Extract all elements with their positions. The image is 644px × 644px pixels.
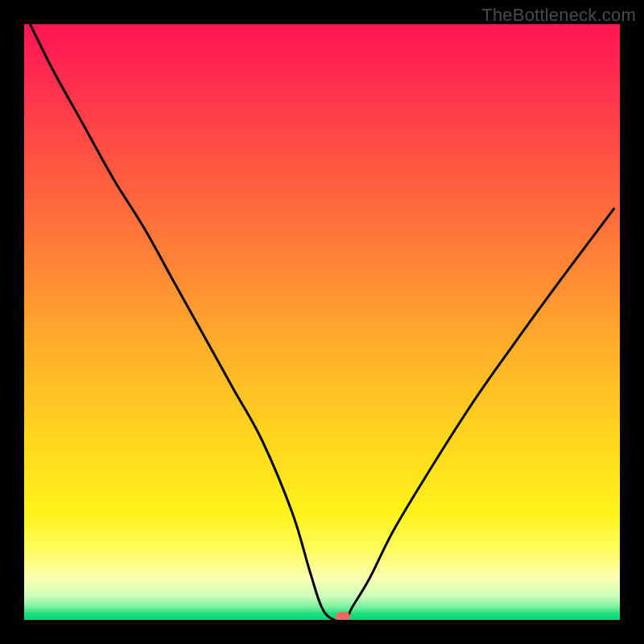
- curve-svg: [24, 24, 620, 620]
- chart-stage: TheBottleneck.com: [0, 0, 644, 644]
- bottleneck-curve: [30, 24, 613, 620]
- plot-area: [24, 24, 620, 620]
- watermark-text: TheBottleneck.com: [481, 5, 636, 26]
- min-marker-icon: [336, 612, 350, 620]
